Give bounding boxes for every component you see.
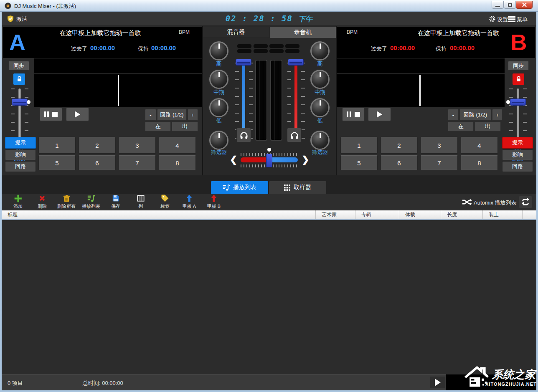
deck-a-volume-ticks	[249, 63, 253, 139]
deck-b-play-button[interactable]	[368, 108, 391, 121]
deck-b-loop-out-button[interactable]: 出	[475, 121, 501, 132]
crossfader-center-dot	[267, 148, 271, 152]
deck-a-loop-mode-button[interactable]: 回路	[5, 161, 36, 172]
deck-a-pad-8[interactable]: 8	[159, 155, 196, 170]
plus-icon	[14, 195, 22, 202]
minimize-button[interactable]	[492, 1, 504, 9]
menu-button[interactable]: 菜单	[517, 16, 528, 23]
deck-a-pad-3[interactable]: 3	[119, 137, 156, 154]
titlebar: DJ Music Mixer - (非激活)	[0, 0, 538, 12]
column-header-loaded[interactable]: 装上	[482, 210, 522, 219]
deck-b-loop-mode-button[interactable]: 回路	[502, 161, 533, 172]
crossfader-right-arrow[interactable]: ❯	[302, 154, 309, 165]
column-header-album[interactable]: 专辑	[355, 210, 399, 219]
deck-b-volume-handle[interactable]	[288, 59, 304, 66]
deck-a-cue-mode-button[interactable]: 提示	[5, 137, 36, 149]
automix-button[interactable]: Automix 播放列表	[474, 199, 517, 207]
repeat-button[interactable]	[519, 196, 532, 208]
deck-a-bpm-label: BPM	[179, 29, 190, 35]
deck-b-eq-mid-knob[interactable]	[310, 70, 330, 89]
deck-a-pad-2[interactable]: 2	[79, 137, 116, 154]
deck-b-loop-in-button[interactable]: 在	[448, 121, 474, 132]
deck-b-pad-5[interactable]: 5	[340, 155, 378, 170]
close-icon	[522, 3, 527, 7]
tab-playlist[interactable]: 播放列表	[211, 181, 268, 194]
deck-a-loop-minus-button[interactable]: -	[145, 109, 156, 121]
beat-light	[254, 44, 268, 48]
deck-a-volume-track[interactable]	[242, 63, 245, 138]
deck-a-loop-in-button[interactable]: 在	[145, 121, 171, 132]
deck-b-effects-mode-button[interactable]: 影响	[502, 149, 533, 160]
deck-b-cue-mode-button[interactable]: 提示	[502, 137, 533, 149]
columns-button[interactable]: 列	[129, 195, 153, 210]
load-deck-a-button[interactable]: 甲板 A	[177, 195, 201, 210]
deck-b-pad-3[interactable]: 3	[421, 137, 458, 154]
deck-a-headphone-button[interactable]	[236, 128, 251, 142]
deck-b-filter-knob[interactable]	[310, 131, 330, 150]
deck-a-effects-mode-button[interactable]: 影响	[5, 149, 36, 160]
preview-play-button[interactable]	[430, 377, 445, 388]
deck-a-pad-1[interactable]: 1	[38, 137, 76, 154]
deck-b-headphone-button[interactable]	[287, 128, 302, 142]
deck-b-eq-high-knob[interactable]	[310, 41, 330, 61]
playlist-button[interactable]: 播放列表	[79, 195, 103, 210]
playlist-table-body[interactable]	[2, 220, 536, 374]
deck-b-pad-6[interactable]: 6	[381, 155, 418, 170]
deck-b-pause-stop-button[interactable]	[342, 108, 365, 121]
delete-all-button[interactable]: 删除所有	[54, 195, 79, 210]
save-button[interactable]: 保存	[104, 195, 128, 210]
deck-a-pad-7[interactable]: 7	[119, 155, 156, 170]
deck-a-sync-button[interactable]: 同步	[8, 61, 29, 71]
deck-a-pause-stop-button[interactable]	[40, 108, 62, 121]
activate-button[interactable]: 激活	[16, 15, 27, 23]
deck-b-keylock-button[interactable]	[513, 73, 524, 85]
deck-a-keylock-button[interactable]	[13, 73, 25, 85]
deck-b-pitch-zero-dot	[506, 100, 510, 104]
deck-a-eq-high-knob[interactable]	[209, 41, 228, 61]
tab-mixer[interactable]: 混音器	[203, 27, 269, 38]
deck-b-pitch-handle[interactable]	[510, 99, 526, 106]
delete-button[interactable]: 删除	[30, 195, 54, 210]
lock-icon	[515, 76, 522, 82]
deck-a-volume-handle[interactable]	[236, 59, 251, 66]
deck-a-play-button[interactable]	[66, 108, 89, 121]
deck-a-filter-knob[interactable]	[209, 131, 228, 150]
deck-b-pad-8[interactable]: 8	[461, 155, 498, 170]
column-header-title[interactable]: 标题	[2, 210, 315, 219]
crossfader-left-arrow[interactable]: ❮	[230, 154, 237, 165]
deck-a-eq-low-knob[interactable]	[209, 98, 228, 117]
deck-b-sync-button[interactable]: 同步	[508, 61, 529, 71]
maximize-button[interactable]	[504, 1, 516, 9]
column-header-artist[interactable]: 艺术家	[315, 210, 355, 219]
load-deck-b-button[interactable]: 甲板 B	[202, 195, 226, 210]
clock-time: 02 : 28 : 58	[226, 14, 293, 23]
deck-b-pad-2[interactable]: 2	[381, 137, 418, 154]
deck-a-pad-6[interactable]: 6	[79, 155, 116, 170]
deck-a-loop-plus-button[interactable]: +	[188, 109, 198, 121]
deck-a-eq-mid-knob[interactable]	[209, 70, 228, 89]
deck-b-loop-minus-button[interactable]: -	[448, 109, 459, 121]
deck-a-pad-4[interactable]: 4	[159, 137, 196, 154]
column-header-length[interactable]: 长度	[441, 210, 482, 219]
add-button[interactable]: 添加	[6, 195, 30, 210]
deck-b-eq-low-knob[interactable]	[310, 98, 330, 117]
crossfader-handle[interactable]	[266, 154, 272, 167]
deck-b-pad-7[interactable]: 7	[421, 155, 458, 170]
deck-a-eq-low-label: 低	[204, 117, 233, 124]
deck-a-pitch-handle[interactable]	[12, 99, 28, 106]
deck-a-remaining-label: 保持	[138, 45, 149, 53]
deck-b-pad-1[interactable]: 1	[340, 137, 378, 154]
deck-a-loop-out-button[interactable]: 出	[172, 121, 198, 132]
lock-icon	[16, 76, 23, 82]
column-header-genre[interactable]: 体裁	[399, 210, 441, 219]
deck-b-pad-4[interactable]: 4	[461, 137, 498, 154]
deck-b-remaining-time: 00:00.00	[450, 44, 475, 51]
settings-button[interactable]: 设置	[497, 16, 508, 23]
close-button[interactable]	[516, 1, 533, 9]
deck-a-pad-5[interactable]: 5	[38, 155, 76, 170]
deck-b-loop-plus-button[interactable]: +	[492, 109, 502, 121]
tab-sampler[interactable]: 取样器	[269, 181, 326, 194]
tag-button[interactable]: 标签	[153, 195, 177, 210]
deck-b-volume-track[interactable]	[294, 63, 297, 138]
tab-recorder[interactable]: 录音机	[270, 27, 336, 38]
